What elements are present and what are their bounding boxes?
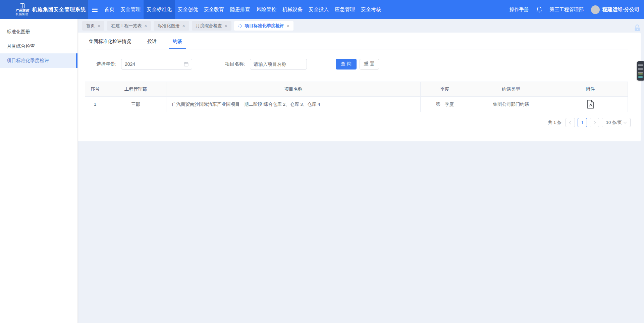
- page-tab-standard-atlas[interactable]: 标准化图册 ×: [154, 21, 189, 31]
- cell-dept: 三部: [105, 97, 166, 112]
- col-header-type: 约谈类型: [469, 82, 553, 97]
- calendar-icon: [184, 62, 189, 66]
- nav-item-safety-education[interactable]: 安全教育: [201, 0, 227, 19]
- nav-item-safety-standardization[interactable]: 安全标准化: [144, 0, 175, 19]
- tab-label: 项目标准化季度检评: [245, 23, 284, 29]
- year-picker[interactable]: 2024: [121, 59, 192, 70]
- close-icon[interactable]: ×: [182, 24, 185, 28]
- avatar: [591, 5, 600, 14]
- close-icon[interactable]: ×: [287, 24, 289, 28]
- manual-link[interactable]: 操作手册: [509, 6, 529, 13]
- header-right: 操作手册 第三工程管理部 穗建运维-分公司: [509, 0, 644, 19]
- lock-icon[interactable]: [633, 24, 641, 32]
- page-tab-monthly-inspection[interactable]: 月度综合检查 ×: [192, 21, 231, 31]
- cell-project: 广汽商贸南沙国际汽车产业园项目一期二阶段 综合仓库 2、仓库 3、仓库 4: [166, 97, 421, 112]
- company-emblem-icon: [20, 3, 25, 8]
- nav-item-home[interactable]: 首页: [101, 0, 117, 19]
- table-row: 1 三部 广汽商贸南沙国际汽车产业园项目一期二阶段 综合仓库 2、仓库 3、仓库…: [85, 97, 628, 112]
- tab-label: 月度综合检查: [196, 23, 222, 29]
- content-panel: 集团标准化检评情况 投诉 约谈 选择年份: 2024 项目名称: 查 询 重 置…: [74, 33, 641, 141]
- sidebar: 标准化图册 月度综合检查 项目标准化季度检评: [0, 19, 78, 323]
- nav-item-safety-investment[interactable]: 安全投入: [306, 0, 332, 19]
- tab-label: 在建工程一览表: [111, 23, 142, 29]
- interviews-table: 序号 工程管理部 项目名称 季度 约谈类型 附件 1 三部 广汽商贸南沙国际汽车…: [85, 82, 628, 112]
- cell-type: 集团公司部门约谈: [469, 97, 553, 112]
- col-header-quarter: 季度: [421, 82, 469, 97]
- hamburger-icon: [92, 7, 98, 13]
- nav-item-risk-control[interactable]: 风险管控: [253, 0, 279, 19]
- sidebar-item-monthly-inspection[interactable]: 月度综合检查: [0, 39, 77, 53]
- logo-sub-text: 机施集团: [16, 12, 29, 16]
- chevron-down-icon: [624, 121, 627, 124]
- nav-item-hazard-inspection[interactable]: 隐患排查: [227, 0, 253, 19]
- tabs-divider: [87, 49, 628, 49]
- nav-item-safety-excellence[interactable]: 安全创优: [175, 0, 201, 19]
- col-header-dept: 工程管理部: [105, 82, 166, 97]
- color-stripe: [638, 74, 643, 74]
- app-logo: 广州建筑 机施集团 机施集团安全管理系统: [0, 0, 88, 19]
- close-icon[interactable]: ×: [98, 24, 100, 28]
- chevron-right-icon: [592, 121, 596, 124]
- nav-item-safety-mgmt[interactable]: 安全管理: [117, 0, 144, 19]
- close-icon[interactable]: ×: [225, 24, 227, 28]
- company-logo: 广州建筑 机施集团: [15, 3, 29, 16]
- pagination-total: 共 1 条: [548, 120, 561, 126]
- tab-group-review-status[interactable]: 集团标准化检评情况: [89, 39, 131, 49]
- collapse-sidebar-button[interactable]: [88, 0, 101, 19]
- page-size-select[interactable]: 10 条/页: [602, 118, 631, 127]
- user-name: 穗建运维-分公司: [602, 6, 639, 13]
- pdf-attachment-icon[interactable]: [587, 100, 594, 109]
- search-button[interactable]: 查 询: [336, 59, 357, 70]
- page-tab-bar: 首页 × 在建工程一览表 × 标准化图册 × 月度综合检查 × 项目标准化季度检…: [78, 19, 644, 33]
- department-selector[interactable]: 第三工程管理部: [550, 6, 584, 13]
- sidebar-item-quarterly-review[interactable]: 项目标准化季度检评: [0, 53, 77, 68]
- close-icon[interactable]: ×: [144, 24, 147, 28]
- year-label: 选择年份:: [96, 61, 116, 67]
- chevron-left-icon: [569, 121, 572, 124]
- col-header-attachment: 附件: [553, 82, 628, 97]
- side-toolbar-handle[interactable]: [637, 61, 644, 81]
- color-stripe: [638, 75, 643, 75]
- prev-page-button[interactable]: [566, 118, 575, 127]
- project-name-field: [250, 59, 307, 70]
- col-header-project: 项目名称: [166, 82, 421, 97]
- user-menu[interactable]: 穗建运维-分公司: [591, 5, 639, 14]
- cell-index: 1: [85, 97, 105, 112]
- filter-row: 选择年份: 2024 项目名称: 查 询 重 置: [74, 59, 641, 70]
- col-header-index: 序号: [85, 82, 105, 97]
- notification-bell-icon[interactable]: [536, 6, 542, 13]
- page-size-value: 10 条/页: [606, 120, 622, 126]
- next-page-button[interactable]: [590, 118, 599, 127]
- tab-complaints[interactable]: 投诉: [147, 39, 157, 49]
- refresh-icon[interactable]: [238, 24, 242, 28]
- nav-item-machinery[interactable]: 机械设备: [279, 0, 306, 19]
- page-tab-projects-list[interactable]: 在建工程一览表 ×: [107, 21, 151, 31]
- top-nav: 首页 安全管理 安全标准化 安全创优 安全教育 隐患排查 风险管控 机械设备 安…: [101, 0, 384, 19]
- nav-item-emergency-mgmt[interactable]: 应急管理: [332, 0, 358, 19]
- stripes-decoration: [638, 63, 643, 73]
- project-name-label: 项目名称:: [225, 61, 245, 67]
- app-title: 机施集团安全管理系统: [32, 6, 86, 13]
- tab-label: 标准化图册: [158, 23, 179, 29]
- nav-item-safety-assessment[interactable]: 安全考核: [358, 0, 384, 19]
- cell-quarter: 第一季度: [421, 97, 469, 112]
- page-tab-quarterly-review[interactable]: 项目标准化季度检评 ×: [234, 21, 293, 31]
- year-value: 2024: [125, 61, 135, 67]
- app-header: 广州建筑 机施集团 机施集团安全管理系统 首页 安全管理 安全标准化 安全创优 …: [0, 0, 644, 19]
- color-stripe: [638, 77, 643, 78]
- pagination: 共 1 条 1 10 条/页: [74, 118, 631, 127]
- project-name-input[interactable]: [250, 59, 307, 69]
- tab-interviews[interactable]: 约谈: [173, 39, 182, 49]
- section-tabs: 集团标准化检评情况 投诉 约谈: [74, 33, 641, 49]
- table-header-row: 序号 工程管理部 项目名称 季度 约谈类型 附件: [85, 82, 628, 97]
- page-tab-home[interactable]: 首页 ×: [82, 21, 104, 31]
- color-stripe: [638, 76, 643, 77]
- cell-attachment: [553, 97, 628, 112]
- page-number-button[interactable]: 1: [578, 118, 587, 127]
- sidebar-item-standard-atlas[interactable]: 标准化图册: [0, 25, 77, 39]
- tab-label: 首页: [86, 23, 95, 29]
- logo-script-text: 广州建筑: [15, 9, 29, 12]
- reset-button[interactable]: 重 置: [360, 59, 379, 70]
